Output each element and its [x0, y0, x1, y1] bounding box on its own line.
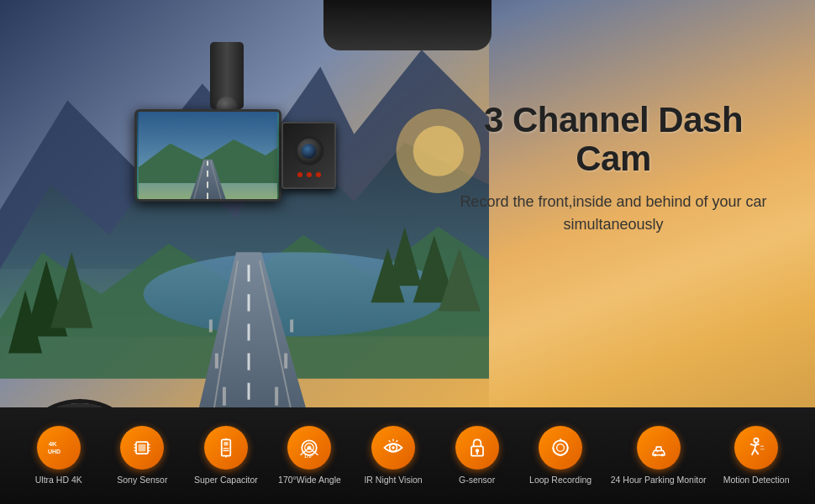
- screen-road-scene: [137, 112, 279, 199]
- svg-text:170°: 170°: [304, 454, 313, 459]
- ultra-hd-icon-circle: 4K UHD: [37, 426, 81, 470]
- product-title: 3 Channel Dash Cam: [445, 101, 781, 178]
- svg-rect-35: [223, 442, 228, 445]
- feature-parking: P 24 Hour Parking Monitor: [611, 426, 707, 486]
- features-bar: 4K UHD Ultra HD 4K: [0, 407, 815, 504]
- svg-rect-27: [139, 444, 146, 451]
- capacitor-icon-circle: [204, 426, 248, 470]
- 4k-icon: 4K UHD: [47, 436, 71, 459]
- svg-marker-56: [559, 438, 563, 441]
- dashcam-screen: [134, 109, 281, 202]
- feature-g-sensor: G-sensor: [444, 426, 511, 486]
- ir-led-3: [316, 172, 321, 177]
- motion-icon-circle: [734, 426, 778, 470]
- motion-label: Motion Detection: [723, 475, 790, 486]
- svg-point-55: [557, 444, 565, 451]
- sony-sensor-label: Sony Sensor: [117, 475, 167, 486]
- chip-icon: [130, 436, 154, 459]
- angle-icon: 170°: [297, 436, 321, 459]
- capacitor-label: Super Capacitor: [194, 475, 258, 486]
- feature-ir-night: IR Night Vision: [360, 426, 427, 486]
- feature-sony-sensor: Sony Sensor: [108, 426, 176, 486]
- svg-point-47: [392, 446, 395, 449]
- svg-line-49: [397, 440, 398, 442]
- svg-rect-12: [290, 319, 293, 332]
- wide-angle-icon-circle: 170°: [287, 426, 331, 470]
- product-subtitle: Record the front,inside and behind of yo…: [445, 191, 781, 236]
- g-sensor-label: G-sensor: [459, 475, 495, 486]
- svg-rect-13: [284, 354, 287, 369]
- svg-line-62: [750, 444, 755, 445]
- svg-text:UHD: UHD: [48, 449, 60, 454]
- dashcam-device: [109, 42, 344, 210]
- svg-line-64: [752, 449, 755, 454]
- parking-icon-circle: P: [637, 426, 681, 470]
- feature-ultra-hd: 4K UHD Ultra HD 4K: [25, 426, 92, 486]
- side-camera-module: [281, 122, 336, 189]
- eye-icon: [381, 436, 405, 459]
- feature-loop-recording: Loop Recording: [527, 426, 594, 486]
- svg-text:P: P: [656, 449, 659, 454]
- feature-motion: Motion Detection: [723, 426, 790, 486]
- camera-lens: [294, 136, 323, 165]
- car-icon: P: [647, 436, 670, 459]
- person-icon: [744, 436, 768, 459]
- car-interior: 18 4K UHD Ultra HD 4K: [0, 407, 815, 504]
- svg-line-50: [389, 440, 391, 442]
- svg-point-58: [660, 454, 664, 457]
- g-sensor-icon-circle: [455, 426, 499, 470]
- feature-wide-angle: 170° 170°Wide Angle: [276, 426, 343, 486]
- camera-lens-inner: [302, 144, 317, 159]
- dashcam-mount-arm: [210, 42, 244, 109]
- capacitor-icon: [214, 436, 238, 459]
- ir-led-dots: [297, 172, 321, 177]
- svg-rect-11: [223, 387, 226, 406]
- svg-rect-9: [209, 319, 213, 332]
- ir-night-icon-circle: [371, 426, 415, 470]
- svg-rect-10: [215, 354, 218, 369]
- product-text-content: 3 Channel Dash Cam Record the front,insi…: [445, 101, 781, 236]
- svg-text:4K: 4K: [49, 440, 57, 448]
- page-container: 18 4K UHD Ultra HD 4K: [0, 0, 815, 504]
- ultra-hd-label: Ultra HD 4K: [35, 475, 82, 486]
- svg-point-60: [754, 438, 758, 442]
- feature-super-capacitor: Super Capacitor: [192, 426, 260, 486]
- lock-icon: [465, 436, 489, 459]
- sony-sensor-icon-circle: [120, 426, 164, 470]
- ir-led-1: [297, 172, 302, 177]
- ir-night-label: IR Night Vision: [364, 475, 422, 486]
- svg-line-65: [755, 449, 758, 454]
- svg-point-52: [475, 449, 478, 452]
- loop-recording-label: Loop Recording: [529, 475, 592, 486]
- screen-display: [137, 112, 279, 199]
- svg-point-57: [654, 454, 657, 457]
- wide-angle-label: 170°Wide Angle: [278, 475, 341, 486]
- loop-icon-circle: [539, 426, 582, 470]
- rearview-mirror: [323, 0, 492, 50]
- svg-rect-14: [275, 387, 278, 406]
- parking-label: 24 Hour Parking Monitor: [611, 475, 707, 486]
- ir-led-2: [307, 172, 312, 177]
- loop-icon: [549, 436, 572, 459]
